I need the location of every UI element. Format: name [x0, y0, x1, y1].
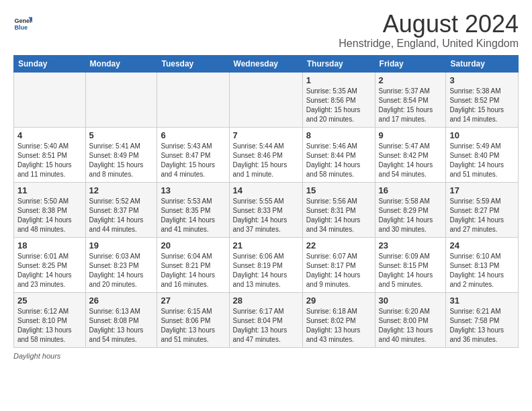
day-number: 29	[306, 295, 371, 306]
day-info: Sunrise: 5:47 AMSunset: 8:42 PMDaylight:…	[379, 142, 443, 179]
logo: General Blue	[13, 13, 34, 32]
day-number: 26	[89, 295, 154, 306]
calendar-cell: 11Sunrise: 5:50 AMSunset: 8:38 PMDayligh…	[14, 182, 86, 237]
day-number: 4	[17, 130, 82, 140]
calendar-week-1: 1Sunrise: 5:35 AMSunset: 8:56 PMDaylight…	[14, 72, 519, 127]
calendar-cell: 9Sunrise: 5:47 AMSunset: 8:42 PMDaylight…	[375, 127, 446, 182]
day-number: 17	[449, 185, 515, 195]
day-number: 19	[89, 240, 154, 250]
calendar-cell: 31Sunrise: 6:21 AMSunset: 7:58 PMDayligh…	[446, 292, 519, 347]
col-friday: Friday	[375, 55, 446, 72]
calendar-cell: 17Sunrise: 5:59 AMSunset: 8:27 PMDayligh…	[446, 182, 519, 237]
day-info: Sunrise: 6:18 AMSunset: 8:02 PMDaylight:…	[306, 307, 371, 345]
title-block: August 2024 Henstridge, England, United …	[339, 11, 519, 50]
footer-label: Daylight hours	[13, 352, 60, 360]
calendar-week-2: 4Sunrise: 5:40 AMSunset: 8:51 PMDaylight…	[14, 127, 519, 182]
day-info: Sunrise: 6:04 AMSunset: 8:21 PMDaylight:…	[161, 252, 225, 289]
day-number: 7	[233, 130, 299, 140]
calendar-cell: 3Sunrise: 5:38 AMSunset: 8:52 PMDaylight…	[446, 72, 519, 127]
day-number: 8	[306, 130, 371, 140]
day-info: Sunrise: 6:06 AMSunset: 8:19 PMDaylight:…	[233, 252, 299, 289]
calendar-cell: 30Sunrise: 6:20 AMSunset: 8:00 PMDayligh…	[375, 292, 446, 347]
calendar-header: Sunday Monday Tuesday Wednesday Thursday…	[14, 55, 519, 72]
day-info: Sunrise: 6:13 AMSunset: 8:08 PMDaylight:…	[89, 307, 154, 345]
calendar-cell: 4Sunrise: 5:40 AMSunset: 8:51 PMDaylight…	[14, 127, 86, 182]
day-info: Sunrise: 5:58 AMSunset: 8:29 PMDaylight:…	[379, 197, 443, 234]
page: General Blue August 2024 Henstridge, Eng…	[0, 0, 532, 367]
day-number: 12	[89, 185, 154, 195]
calendar-cell	[14, 72, 86, 127]
day-info: Sunrise: 6:12 AMSunset: 8:10 PMDaylight:…	[17, 307, 82, 345]
day-info: Sunrise: 5:52 AMSunset: 8:37 PMDaylight:…	[89, 197, 154, 234]
day-number: 20	[161, 240, 225, 250]
col-sunday: Sunday	[14, 55, 86, 72]
day-info: Sunrise: 5:38 AMSunset: 8:52 PMDaylight:…	[449, 87, 515, 124]
day-info: Sunrise: 5:55 AMSunset: 8:33 PMDaylight:…	[233, 197, 299, 234]
day-info: Sunrise: 5:44 AMSunset: 8:46 PMDaylight:…	[233, 142, 299, 179]
day-number: 9	[379, 130, 443, 140]
day-number: 10	[449, 130, 515, 140]
day-info: Sunrise: 5:46 AMSunset: 8:44 PMDaylight:…	[306, 142, 371, 179]
day-info: Sunrise: 5:40 AMSunset: 8:51 PMDaylight:…	[17, 142, 82, 179]
day-number: 27	[161, 295, 225, 306]
calendar-cell: 8Sunrise: 5:46 AMSunset: 8:44 PMDaylight…	[302, 127, 375, 182]
calendar-cell: 18Sunrise: 6:01 AMSunset: 8:25 PMDayligh…	[14, 237, 86, 292]
calendar-week-4: 18Sunrise: 6:01 AMSunset: 8:25 PMDayligh…	[14, 237, 519, 292]
calendar-cell: 15Sunrise: 5:56 AMSunset: 8:31 PMDayligh…	[302, 182, 375, 237]
col-tuesday: Tuesday	[157, 55, 229, 72]
day-info: Sunrise: 5:50 AMSunset: 8:38 PMDaylight:…	[17, 197, 82, 234]
calendar-cell: 6Sunrise: 5:43 AMSunset: 8:47 PMDaylight…	[157, 127, 229, 182]
calendar-cell: 14Sunrise: 5:55 AMSunset: 8:33 PMDayligh…	[229, 182, 302, 237]
day-info: Sunrise: 5:43 AMSunset: 8:47 PMDaylight:…	[161, 142, 225, 179]
calendar-cell: 2Sunrise: 5:37 AMSunset: 8:54 PMDaylight…	[375, 72, 446, 127]
day-info: Sunrise: 6:20 AMSunset: 8:00 PMDaylight:…	[379, 307, 443, 345]
calendar-table: Sunday Monday Tuesday Wednesday Thursday…	[13, 55, 519, 348]
day-number: 22	[306, 240, 371, 250]
day-number: 2	[379, 75, 443, 85]
day-number: 5	[89, 130, 154, 140]
day-info: Sunrise: 6:10 AMSunset: 8:13 PMDaylight:…	[449, 252, 515, 289]
calendar-cell: 5Sunrise: 5:41 AMSunset: 8:49 PMDaylight…	[85, 127, 157, 182]
day-info: Sunrise: 5:53 AMSunset: 8:35 PMDaylight:…	[161, 197, 225, 234]
day-info: Sunrise: 6:03 AMSunset: 8:23 PMDaylight:…	[89, 252, 154, 289]
day-number: 18	[17, 240, 82, 250]
day-number: 1	[306, 75, 371, 85]
main-title: August 2024	[339, 11, 519, 38]
subtitle: Henstridge, England, United Kingdom	[339, 38, 519, 50]
calendar-cell: 19Sunrise: 6:03 AMSunset: 8:23 PMDayligh…	[85, 237, 157, 292]
calendar-cell: 25Sunrise: 6:12 AMSunset: 8:10 PMDayligh…	[14, 292, 86, 347]
calendar-cell	[85, 72, 157, 127]
day-info: Sunrise: 5:37 AMSunset: 8:54 PMDaylight:…	[379, 87, 443, 124]
day-number: 28	[233, 295, 299, 306]
calendar-cell: 1Sunrise: 5:35 AMSunset: 8:56 PMDaylight…	[302, 72, 375, 127]
day-info: Sunrise: 6:07 AMSunset: 8:17 PMDaylight:…	[306, 252, 371, 289]
day-info: Sunrise: 5:59 AMSunset: 8:27 PMDaylight:…	[449, 197, 515, 234]
day-info: Sunrise: 5:56 AMSunset: 8:31 PMDaylight:…	[306, 197, 371, 234]
day-info: Sunrise: 6:21 AMSunset: 7:58 PMDaylight:…	[449, 307, 515, 345]
day-number: 15	[306, 185, 371, 195]
day-info: Sunrise: 5:49 AMSunset: 8:40 PMDaylight:…	[449, 142, 515, 179]
calendar-cell: 23Sunrise: 6:09 AMSunset: 8:15 PMDayligh…	[375, 237, 446, 292]
calendar-cell	[229, 72, 302, 127]
calendar-cell: 22Sunrise: 6:07 AMSunset: 8:17 PMDayligh…	[302, 237, 375, 292]
day-info: Sunrise: 5:35 AMSunset: 8:56 PMDaylight:…	[306, 87, 371, 124]
calendar-cell: 21Sunrise: 6:06 AMSunset: 8:19 PMDayligh…	[229, 237, 302, 292]
col-wednesday: Wednesday	[229, 55, 302, 72]
day-number: 25	[17, 295, 82, 306]
day-number: 6	[161, 130, 225, 140]
calendar-week-3: 11Sunrise: 5:50 AMSunset: 8:38 PMDayligh…	[14, 182, 519, 237]
day-number: 14	[233, 185, 299, 195]
day-info: Sunrise: 6:15 AMSunset: 8:06 PMDaylight:…	[161, 307, 225, 345]
calendar-cell: 12Sunrise: 5:52 AMSunset: 8:37 PMDayligh…	[85, 182, 157, 237]
calendar-cell: 28Sunrise: 6:17 AMSunset: 8:04 PMDayligh…	[229, 292, 302, 347]
day-number: 11	[17, 185, 82, 195]
day-number: 24	[449, 240, 515, 250]
col-saturday: Saturday	[446, 55, 519, 72]
calendar-cell: 16Sunrise: 5:58 AMSunset: 8:29 PMDayligh…	[375, 182, 446, 237]
day-number: 23	[379, 240, 443, 250]
calendar-cell: 10Sunrise: 5:49 AMSunset: 8:40 PMDayligh…	[446, 127, 519, 182]
day-number: 21	[233, 240, 299, 250]
calendar-cell: 29Sunrise: 6:18 AMSunset: 8:02 PMDayligh…	[302, 292, 375, 347]
calendar-cell: 27Sunrise: 6:15 AMSunset: 8:06 PMDayligh…	[157, 292, 229, 347]
logo-icon: General Blue	[13, 13, 32, 32]
